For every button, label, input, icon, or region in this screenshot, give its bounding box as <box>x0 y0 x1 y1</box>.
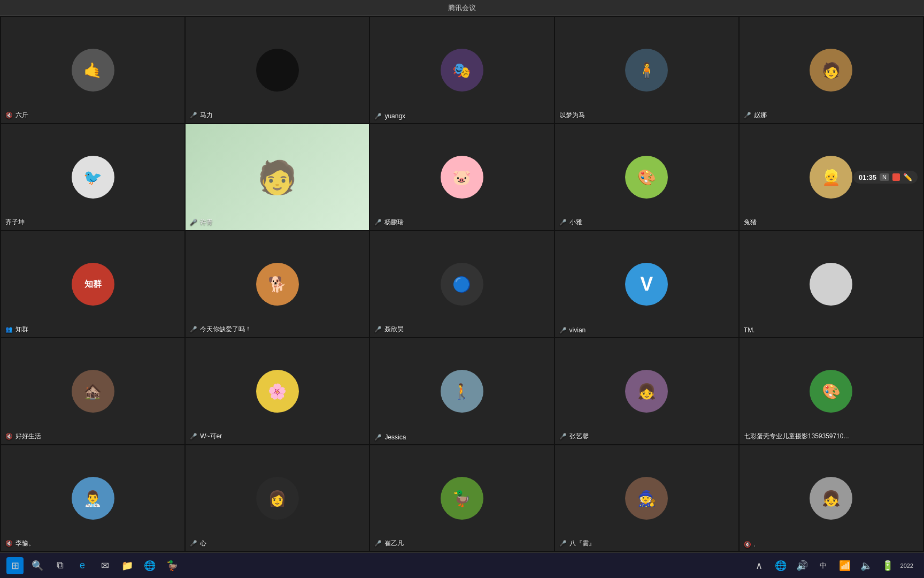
avatar-yuanx: 🎭 <box>441 49 483 92</box>
mail-icon[interactable]: ✉ <box>96 557 113 574</box>
avatar-liudan: 🤙 <box>72 49 114 92</box>
avatar-tm <box>810 263 852 306</box>
avatar-yimeng: 🧍 <box>625 49 668 92</box>
cell-zhangyx[interactable]: 👧🎤张艺馨 <box>555 338 738 444</box>
name-cuiyifan: 🎤崔乙凡 <box>374 539 404 548</box>
cell-vivian[interactable]: V🎤vivian <box>555 231 738 337</box>
recording-n-button[interactable]: N <box>880 173 889 181</box>
cell-liyou[interactable]: 👨‍⚕️🔇李愉。 <box>1 445 184 551</box>
cell-yimeng[interactable]: 🧍以梦为马 <box>555 17 738 123</box>
edge-icon[interactable]: e <box>74 557 91 574</box>
start-button[interactable]: ⊞ <box>6 557 24 574</box>
meeting-icon[interactable]: 🦆 <box>164 557 181 574</box>
avatar-haohao: 🏚️ <box>72 370 114 413</box>
taskbar-left: ⊞ 🔍 ⧉ e ✉ 📁 🌐 🦆 <box>6 557 181 574</box>
avatar-niexinhao: 🔵 <box>441 263 483 306</box>
video-grid: 🤙🔇六斤🎤马力🎭🎤yuangx🧍以梦为马🧑🎤赵娜🐦齐子坤🧑🎤许青🐷🎤杨鹏瑞🎨🎤小… <box>0 16 924 552</box>
title-bar: 腾讯会议 <box>0 0 924 16</box>
cell-jintian[interactable]: 🐕🎤今天你缺爱了吗！ <box>186 231 369 337</box>
battery-icon[interactable]: 🔋 <box>879 557 896 574</box>
avatar-zhangyx: 👧 <box>625 370 668 413</box>
cell-qizikun[interactable]: 🐦齐子坤 <box>1 124 184 230</box>
name-bayun: 🎤八『雲』 <box>559 539 595 548</box>
clock: 2022 <box>900 562 918 569</box>
recording-time: 01:35 <box>859 173 876 181</box>
cell-xin[interactable]: 👩🎤心 <box>186 445 369 551</box>
recording-widget[interactable]: 01:35 N ✏️ <box>853 171 918 184</box>
avatar-wker: 🌸 <box>256 370 299 413</box>
name-mali: 🎤马力 <box>190 111 213 120</box>
avatar-bayun: 🧙 <box>625 477 668 520</box>
avatar-jessica: 🚶 <box>441 370 483 413</box>
name-wker: 🎤W~可er <box>190 432 222 441</box>
video-feed: 🧑 <box>186 124 369 230</box>
name-zhangyx: 🎤张艺馨 <box>559 432 589 441</box>
avatar-zhaona: 🧑 <box>810 49 852 92</box>
network-icon[interactable]: 🌐 <box>772 557 789 574</box>
taskview-button[interactable]: ⧉ <box>51 557 68 574</box>
cell-bayun[interactable]: 🧙🎤八『雲』 <box>555 445 738 551</box>
name-zhaona: 🎤赵娜 <box>744 111 767 120</box>
name-liudan: 🔇六斤 <box>5 111 28 120</box>
cell-wker[interactable]: 🌸🎤W~可er <box>186 338 369 444</box>
name-qicaidancao: 七彩蛋壳专业儿童摄影1359359710... <box>744 432 849 441</box>
avatar-liyou: 👨‍⚕️ <box>72 477 114 520</box>
cell-yangpr[interactable]: 🐷🎤杨鹏瑞 <box>370 124 553 230</box>
app-title: 腾讯会议 <box>448 3 476 13</box>
name-yuanx: 🎤yuangx <box>374 112 405 120</box>
recording-stop-button[interactable] <box>892 173 900 181</box>
name-jintian: 🎤今天你缺爱了吗！ <box>190 325 251 334</box>
avatar-jintian: 🐕 <box>256 263 299 306</box>
cell-yuanx[interactable]: 🎭🎤yuangx <box>370 17 553 123</box>
avatar-zhiqun: 知群 <box>72 263 114 306</box>
cell-jessica[interactable]: 🚶🎤Jessica <box>370 338 553 444</box>
cell-xiaoya[interactable]: 🎨🎤小雅 <box>555 124 738 230</box>
avatar-xiaoya: 🎨 <box>625 156 668 199</box>
avatar-vivian: V <box>625 263 668 306</box>
audio-icon[interactable]: 🔈 <box>858 557 875 574</box>
name-yangpr: 🎤杨鹏瑞 <box>374 218 404 227</box>
avatar-zhuzhu: 👱 <box>810 156 852 199</box>
cell-tm[interactable]: TM. <box>740 231 923 337</box>
avatar-qicaidancao: 🎨 <box>810 370 852 413</box>
cell-cuiyifan[interactable]: 🦆🎤崔乙凡 <box>370 445 553 551</box>
cell-qicaidancao[interactable]: 🎨七彩蛋壳专业儿童摄影1359359710... <box>740 338 923 444</box>
cell-xuqing[interactable]: 🧑🎤许青 <box>186 124 369 230</box>
avatar-cuiyifan: 🦆 <box>441 477 483 520</box>
name-zhuzhu: 兔猪 <box>744 218 757 227</box>
folder-icon[interactable]: 📁 <box>119 557 136 574</box>
name-liyou: 🔇李愉。 <box>5 539 35 548</box>
name-tm: TM. <box>744 326 755 334</box>
name-yimeng: 以梦为马 <box>559 111 585 120</box>
cell-zhaona[interactable]: 🧑🎤赵娜 <box>740 17 923 123</box>
avatar-qizikun: 🐦 <box>72 156 114 199</box>
name-vivian: 🎤vivian <box>559 326 586 334</box>
name-zhiqun: 👥知群 <box>5 325 28 334</box>
avatar-dot: 👧 <box>810 477 852 520</box>
name-dot: 🔇. <box>744 541 756 548</box>
cell-zhiqun[interactable]: 知群👥知群 <box>1 231 184 337</box>
avatar-mali <box>256 49 299 92</box>
name-haohao: 🔇好好生活 <box>5 432 41 441</box>
name-xuqing: 🎤许青 <box>190 218 213 227</box>
name-xiaoya: 🎤小雅 <box>559 218 582 227</box>
system-tray[interactable]: ∧ <box>751 557 768 574</box>
volume-icon[interactable]: 🔊 <box>794 557 811 574</box>
avatar-yangpr: 🐷 <box>441 156 483 199</box>
taskbar: ⊞ 🔍 ⧉ e ✉ 📁 🌐 🦆 ∧ 🌐 🔊 中 📶 🔈 🔋 2022 <box>0 552 924 578</box>
cell-dot[interactable]: 👧🔇. <box>740 445 923 551</box>
wifi-icon[interactable]: 📶 <box>836 557 853 574</box>
recording-pen-icon[interactable]: ✏️ <box>903 173 912 181</box>
name-niexinhao: 🎤聂欣昊 <box>374 325 404 334</box>
avatar-xin: 👩 <box>256 477 299 520</box>
search-button[interactable]: 🔍 <box>29 557 46 574</box>
input-method[interactable]: 中 <box>815 557 832 574</box>
taskbar-right: ∧ 🌐 🔊 中 📶 🔈 🔋 2022 <box>751 557 918 574</box>
name-jessica: 🎤Jessica <box>374 434 406 441</box>
browser-icon[interactable]: 🌐 <box>141 557 158 574</box>
cell-mali[interactable]: 🎤马力 <box>186 17 369 123</box>
cell-niexinhao[interactable]: 🔵🎤聂欣昊 <box>370 231 553 337</box>
cell-liudan[interactable]: 🤙🔇六斤 <box>1 17 184 123</box>
cell-zhuzhu[interactable]: 👱兔猪 01:35 N ✏️ <box>740 124 923 230</box>
cell-haohao[interactable]: 🏚️🔇好好生活 <box>1 338 184 444</box>
